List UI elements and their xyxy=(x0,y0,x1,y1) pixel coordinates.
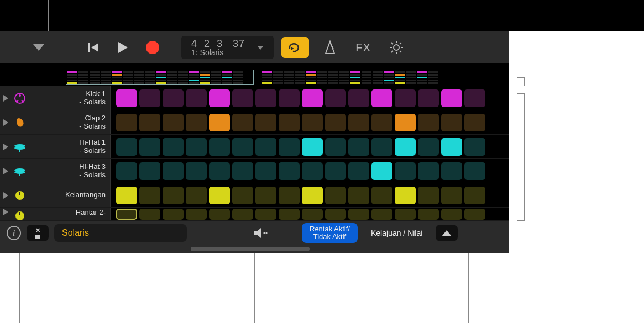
step-cell[interactable] xyxy=(325,162,346,180)
step-cell[interactable] xyxy=(255,209,276,220)
lcd-dropdown-icon[interactable] xyxy=(257,46,264,50)
step-cell[interactable] xyxy=(279,162,300,180)
step-cell[interactable] xyxy=(163,162,184,180)
step-cell[interactable] xyxy=(186,114,207,131)
step-cell[interactable] xyxy=(139,89,160,107)
step-cell[interactable] xyxy=(302,187,323,204)
metronome-button[interactable] xyxy=(313,36,347,59)
row-play-button[interactable] xyxy=(3,95,8,102)
step-cell[interactable] xyxy=(464,114,485,131)
row-play-button[interactable] xyxy=(3,192,8,199)
rate-value-button[interactable]: Kelajuan / Nilai xyxy=(363,223,430,243)
step-cell[interactable] xyxy=(255,89,276,107)
step-cell[interactable] xyxy=(325,114,346,131)
step-cell[interactable] xyxy=(418,114,439,131)
step-cell[interactable] xyxy=(325,209,346,220)
step-cell[interactable] xyxy=(464,89,485,107)
step-cell[interactable] xyxy=(163,89,184,107)
row-play-button[interactable] xyxy=(3,144,8,150)
step-cell[interactable] xyxy=(464,209,485,220)
step-cell[interactable] xyxy=(139,209,160,220)
step-cell[interactable] xyxy=(232,209,253,220)
step-cell[interactable] xyxy=(441,162,462,180)
step-cell[interactable] xyxy=(186,138,207,156)
step-cell[interactable] xyxy=(441,114,462,131)
step-cell[interactable] xyxy=(348,89,369,107)
step-cell[interactable] xyxy=(395,138,416,156)
step-cell[interactable] xyxy=(441,187,462,204)
step-cell[interactable] xyxy=(163,187,184,204)
step-cell[interactable] xyxy=(116,187,137,204)
step-cell[interactable] xyxy=(279,89,300,107)
track-header[interactable]: Hi-Hat 1- Solaris xyxy=(0,135,111,158)
step-cell[interactable] xyxy=(371,162,392,180)
step-cell[interactable] xyxy=(348,187,369,204)
info-button[interactable]: i xyxy=(7,226,21,240)
step-cell[interactable] xyxy=(186,89,207,107)
step-cell[interactable] xyxy=(163,138,184,156)
record-button[interactable] xyxy=(146,41,159,54)
step-cell[interactable] xyxy=(209,187,230,204)
go-to-start-button[interactable] xyxy=(88,42,100,53)
step-cell[interactable] xyxy=(209,209,230,220)
step-cell[interactable] xyxy=(418,89,439,107)
step-cell[interactable] xyxy=(139,114,160,131)
step-cell[interactable] xyxy=(209,89,230,107)
step-cell[interactable] xyxy=(139,187,160,204)
step-cell[interactable] xyxy=(371,138,392,156)
step-cell[interactable] xyxy=(325,187,346,204)
step-cell[interactable] xyxy=(395,89,416,107)
step-cell[interactable] xyxy=(209,114,230,131)
step-cell[interactable] xyxy=(279,138,300,156)
step-cell[interactable] xyxy=(348,162,369,180)
step-cell[interactable] xyxy=(232,114,253,131)
step-cell[interactable] xyxy=(232,187,253,204)
step-cell[interactable] xyxy=(348,114,369,131)
track-header[interactable]: Kick 1- Solaris xyxy=(0,86,111,110)
step-cell[interactable] xyxy=(371,114,392,131)
step-cell[interactable] xyxy=(464,162,485,180)
step-cell[interactable] xyxy=(302,138,323,156)
track-header[interactable]: Hi-Hat 3- Solaris xyxy=(0,159,111,183)
kit-name-field[interactable]: Solaris xyxy=(54,224,187,242)
step-cell[interactable] xyxy=(232,138,253,156)
step-cell[interactable] xyxy=(209,162,230,180)
step-cell[interactable] xyxy=(186,209,207,220)
step-cell[interactable] xyxy=(464,138,485,156)
step-cell[interactable] xyxy=(116,162,137,180)
step-cell[interactable] xyxy=(279,187,300,204)
step-cell[interactable] xyxy=(441,89,462,107)
step-cell[interactable] xyxy=(209,138,230,156)
track-header[interactable]: Clap 2- Solaris xyxy=(0,110,111,134)
stop-clear-button[interactable]: ✕ xyxy=(27,225,49,241)
step-cell[interactable] xyxy=(255,187,276,204)
step-cell[interactable] xyxy=(139,162,160,180)
step-cell[interactable] xyxy=(325,138,346,156)
step-cell[interactable] xyxy=(441,209,462,220)
track-header[interactable]: Hantar 2- xyxy=(0,208,111,220)
step-cell[interactable] xyxy=(395,162,416,180)
beat-active-toggle[interactable]: Rentak Aktif/ Tidak Aktif xyxy=(302,223,358,243)
step-cell[interactable] xyxy=(464,187,485,204)
horizontal-scrollbar[interactable] xyxy=(0,245,509,253)
step-cell[interactable] xyxy=(116,114,137,131)
step-cell[interactable] xyxy=(371,209,392,220)
scrollbar-thumb[interactable] xyxy=(191,247,310,251)
step-cell[interactable] xyxy=(418,187,439,204)
step-cell[interactable] xyxy=(279,209,300,220)
step-cell[interactable] xyxy=(325,89,346,107)
step-cell[interactable] xyxy=(302,162,323,180)
step-cell[interactable] xyxy=(418,162,439,180)
view-menu-button[interactable] xyxy=(33,44,44,51)
step-cell[interactable] xyxy=(232,162,253,180)
step-cell[interactable] xyxy=(302,114,323,131)
fx-button[interactable]: FX xyxy=(347,36,380,59)
step-cell[interactable] xyxy=(418,209,439,220)
step-cell[interactable] xyxy=(395,114,416,131)
step-cell[interactable] xyxy=(255,162,276,180)
overview-pattern-1[interactable] xyxy=(66,70,254,85)
step-cell[interactable] xyxy=(395,209,416,220)
step-cell[interactable] xyxy=(371,187,392,204)
pattern-overview[interactable] xyxy=(0,68,509,86)
step-cell[interactable] xyxy=(186,187,207,204)
